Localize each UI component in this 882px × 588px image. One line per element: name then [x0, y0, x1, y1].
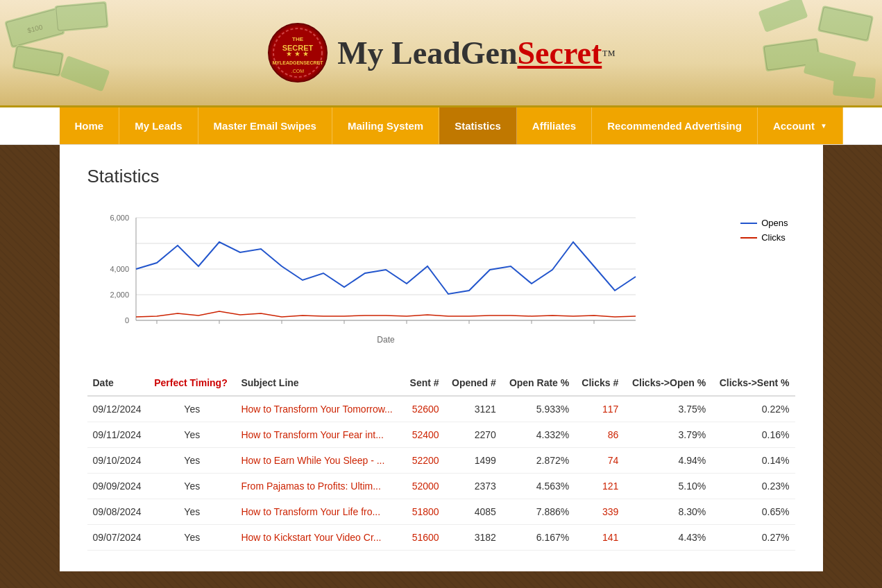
sent-link[interactable]: 51600 — [412, 532, 439, 543]
cell-clicks-open: 3.75% — [624, 396, 711, 422]
col-header-subject: Subject Line — [235, 370, 402, 396]
cell-date: 09/10/2024 — [87, 448, 149, 474]
svg-text:2,000: 2,000 — [110, 291, 129, 299]
cell-opened: 1499 — [445, 448, 502, 474]
cell-perfect-timing: Yes — [149, 422, 235, 448]
cell-date: 09/08/2024 — [87, 499, 149, 525]
cell-perfect-timing: Yes — [149, 448, 235, 474]
table-row: 09/09/2024 Yes From Pajamas to Profits: … — [87, 474, 795, 499]
table-row: 09/10/2024 Yes How to Earn While You Sle… — [87, 448, 795, 474]
cell-perfect-timing: Yes — [149, 525, 235, 551]
clicks-link[interactable]: 339 — [602, 506, 618, 517]
brand-leadgen: LeadGen — [391, 35, 517, 71]
col-header-date: Date — [87, 370, 149, 396]
cell-clicks: 86 — [575, 422, 624, 448]
sent-link[interactable]: 52400 — [412, 429, 439, 440]
cell-clicks-open: 4.43% — [624, 525, 711, 551]
cell-subject: How to Earn While You Sleep - ... — [235, 448, 402, 474]
cell-subject: How to Kickstart Your Video Cr... — [235, 525, 402, 551]
cell-subject: How to Transform Your Tomorrow... — [235, 396, 402, 422]
svg-rect-22 — [758, 0, 808, 33]
subject-link[interactable]: How to Transform Your Tomorrow... — [241, 404, 392, 415]
subject-link[interactable]: From Pajamas to Profits: Ultim... — [241, 481, 380, 492]
cell-sent: 52600 — [403, 396, 445, 422]
cell-clicks: 339 — [575, 499, 624, 525]
cell-date: 09/11/2024 — [87, 422, 149, 448]
subject-link[interactable]: How to Transform Your Fear int... — [241, 429, 383, 440]
cell-opened: 3121 — [445, 396, 502, 422]
cell-clicks: 117 — [575, 396, 624, 422]
nav-statistics[interactable]: Statistics — [439, 107, 517, 144]
money-decoration-right — [757, 0, 882, 107]
legend-clicks: Clicks — [740, 232, 788, 243]
svg-text:Date: Date — [377, 335, 395, 345]
cell-opened: 3182 — [445, 525, 502, 551]
statistics-table: Date Perfect Timing? Subject Line Sent #… — [87, 370, 795, 551]
cell-perfect-timing: Yes — [149, 396, 235, 422]
svg-rect-23 — [833, 74, 876, 98]
nav-my-leads[interactable]: My Leads — [119, 107, 198, 144]
site-header: $100 THE SECRET ★ ★ ★ MYLEADGENSECRET .C… — [0, 0, 882, 107]
nav-affiliates[interactable]: Affiliates — [517, 107, 592, 144]
sent-link[interactable]: 52600 — [412, 404, 439, 415]
nav-inner: Home My Leads Master Email Swipes Mailin… — [60, 107, 823, 144]
cell-clicks-sent: 0.23% — [711, 474, 795, 499]
svg-rect-7 — [60, 55, 110, 92]
cell-open-rate: 4.332% — [502, 422, 575, 448]
cell-sent: 52200 — [403, 448, 445, 474]
table-row: 09/07/2024 Yes How to Kickstart Your Vid… — [87, 525, 795, 551]
cell-open-rate: 5.933% — [502, 396, 575, 422]
cell-opened: 4085 — [445, 499, 502, 525]
svg-rect-17 — [817, 6, 874, 42]
brand-my: My — [337, 35, 391, 71]
brand-secret: Secret — [518, 35, 602, 71]
clicks-link[interactable]: 74 — [608, 455, 619, 466]
nav-home[interactable]: Home — [60, 107, 120, 144]
subject-link[interactable]: How to Kickstart Your Video Cr... — [241, 532, 381, 543]
sent-link[interactable]: 51800 — [412, 506, 439, 517]
cell-clicks: 121 — [575, 474, 624, 499]
svg-rect-3 — [12, 44, 64, 77]
cell-clicks-sent: 0.16% — [711, 422, 795, 448]
clicks-line — [740, 237, 757, 239]
nav-account[interactable]: Account ▼ — [758, 107, 843, 144]
cell-perfect-timing: Yes — [149, 474, 235, 499]
svg-text:.COM: .COM — [291, 69, 304, 74]
svg-text:4,000: 4,000 — [110, 265, 129, 273]
col-header-open-rate: Open Rate % — [502, 370, 575, 396]
nav-recommended-advertising[interactable]: Recommended Advertising — [592, 107, 758, 144]
nav-mailing-system[interactable]: Mailing System — [332, 107, 439, 144]
clicks-link[interactable]: 141 — [602, 532, 618, 543]
subject-link[interactable]: How to Transform Your Life fro... — [241, 506, 380, 517]
subject-link[interactable]: How to Earn While You Sleep - ... — [241, 455, 384, 466]
col-header-clicks-open: Clicks->Open % — [624, 370, 711, 396]
table-header-row: Date Perfect Timing? Subject Line Sent #… — [87, 370, 795, 396]
svg-text:THE: THE — [292, 36, 304, 42]
line-chart: 6,000 4,000 2,000 0 Date — [94, 204, 663, 349]
col-header-clicks: Clicks # — [575, 370, 624, 396]
cell-clicks-open: 5.10% — [624, 474, 711, 499]
svg-text:MYLEADGENSECRET: MYLEADGENSECRET — [273, 60, 324, 65]
chart-legend: Opens Clicks — [740, 218, 788, 243]
clicks-link[interactable]: 86 — [608, 429, 619, 440]
cell-opened: 2270 — [445, 422, 502, 448]
cell-subject: How to Transform Your Life fro... — [235, 499, 402, 525]
money-decoration-left: $100 — [0, 0, 125, 107]
cell-clicks-sent: 0.65% — [711, 499, 795, 525]
nav-master-email-swipes[interactable]: Master Email Swipes — [198, 107, 332, 144]
cell-sent: 51800 — [403, 499, 445, 525]
clicks-link[interactable]: 117 — [602, 404, 618, 415]
col-header-sent: Sent # — [403, 370, 445, 396]
clicks-link[interactable]: 121 — [602, 481, 618, 492]
col-header-clicks-sent: Clicks->Sent % — [711, 370, 795, 396]
sent-link[interactable]: 52200 — [412, 455, 439, 466]
cell-date: 09/07/2024 — [87, 525, 149, 551]
cell-subject: How to Transform Your Fear int... — [235, 422, 402, 448]
sent-link[interactable]: 52000 — [412, 481, 439, 492]
table-row: 09/11/2024 Yes How to Transform Your Fea… — [87, 422, 795, 448]
col-header-perfect-timing: Perfect Timing? — [149, 370, 235, 396]
brand-tm: ™ — [602, 46, 616, 62]
account-dropdown-arrow: ▼ — [820, 122, 827, 130]
cell-clicks-open: 3.79% — [624, 422, 711, 448]
main-content: Statistics 6,000 4,000 2,000 0 Date — [60, 145, 823, 571]
